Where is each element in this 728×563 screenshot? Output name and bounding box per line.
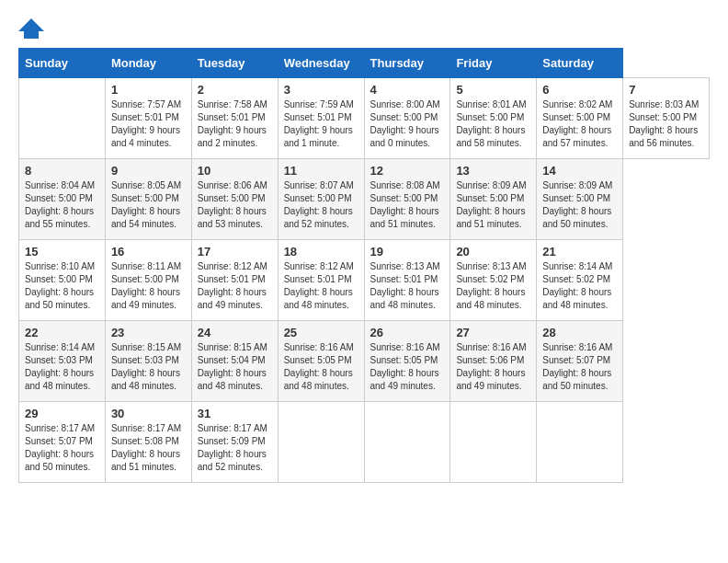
column-header-sunday: Sunday xyxy=(19,49,106,78)
day-number: 16 xyxy=(111,245,186,259)
day-number: 7 xyxy=(629,83,703,97)
day-cell xyxy=(19,78,106,159)
day-cell: 28Sunrise: 8:16 AM Sunset: 5:07 PM Dayli… xyxy=(537,321,623,402)
day-info: Sunrise: 8:16 AM Sunset: 5:06 PM Dayligh… xyxy=(456,341,530,393)
day-info: Sunrise: 7:57 AM Sunset: 5:01 PM Dayligh… xyxy=(111,98,186,150)
day-number: 10 xyxy=(198,164,272,178)
day-number: 21 xyxy=(542,245,617,259)
day-cell: 17Sunrise: 8:12 AM Sunset: 5:01 PM Dayli… xyxy=(191,240,278,321)
day-info: Sunrise: 8:16 AM Sunset: 5:07 PM Dayligh… xyxy=(542,341,617,393)
day-info: Sunrise: 8:09 AM Sunset: 5:00 PM Dayligh… xyxy=(542,179,617,231)
logo xyxy=(18,18,48,39)
day-info: Sunrise: 8:17 AM Sunset: 5:07 PM Dayligh… xyxy=(25,422,99,474)
day-cell xyxy=(278,402,364,483)
column-header-saturday: Saturday xyxy=(537,49,623,78)
day-number: 26 xyxy=(370,326,445,339)
day-info: Sunrise: 7:58 AM Sunset: 5:01 PM Dayligh… xyxy=(198,98,272,150)
day-cell: 18Sunrise: 8:12 AM Sunset: 5:01 PM Dayli… xyxy=(278,240,364,321)
day-cell: 31Sunrise: 8:17 AM Sunset: 5:09 PM Dayli… xyxy=(191,402,278,483)
day-info: Sunrise: 8:07 AM Sunset: 5:00 PM Dayligh… xyxy=(284,179,358,231)
svg-marker-0 xyxy=(18,18,44,39)
day-number: 5 xyxy=(456,83,530,97)
day-cell: 11Sunrise: 8:07 AM Sunset: 5:00 PM Dayli… xyxy=(278,159,364,240)
day-cell xyxy=(450,402,537,483)
day-info: Sunrise: 8:04 AM Sunset: 5:00 PM Dayligh… xyxy=(25,179,99,231)
day-cell: 7Sunrise: 8:03 AM Sunset: 5:00 PM Daylig… xyxy=(623,78,710,159)
day-number: 22 xyxy=(25,326,99,339)
week-row-3: 22Sunrise: 8:14 AM Sunset: 5:03 PM Dayli… xyxy=(19,321,710,402)
day-info: Sunrise: 8:16 AM Sunset: 5:05 PM Dayligh… xyxy=(284,341,358,393)
day-info: Sunrise: 8:09 AM Sunset: 5:00 PM Dayligh… xyxy=(456,179,530,231)
week-row-0: 1Sunrise: 7:57 AM Sunset: 5:01 PM Daylig… xyxy=(19,78,710,159)
day-info: Sunrise: 8:03 AM Sunset: 5:00 PM Dayligh… xyxy=(629,98,703,150)
day-number: 29 xyxy=(25,407,99,420)
day-info: Sunrise: 8:15 AM Sunset: 5:04 PM Dayligh… xyxy=(198,341,272,393)
day-cell: 14Sunrise: 8:09 AM Sunset: 5:00 PM Dayli… xyxy=(537,159,623,240)
day-info: Sunrise: 8:08 AM Sunset: 5:00 PM Dayligh… xyxy=(370,179,445,231)
day-number: 12 xyxy=(370,164,445,178)
day-cell xyxy=(537,402,623,483)
day-cell: 6Sunrise: 8:02 AM Sunset: 5:00 PM Daylig… xyxy=(537,78,623,159)
day-number: 25 xyxy=(284,326,358,339)
day-info: Sunrise: 8:13 AM Sunset: 5:01 PM Dayligh… xyxy=(370,260,445,312)
column-header-monday: Monday xyxy=(105,49,191,78)
day-number: 4 xyxy=(370,83,445,97)
day-info: Sunrise: 8:10 AM Sunset: 5:00 PM Dayligh… xyxy=(25,260,99,312)
day-number: 28 xyxy=(542,326,617,339)
header-row: SundayMondayTuesdayWednesdayThursdayFrid… xyxy=(19,49,710,78)
day-info: Sunrise: 8:14 AM Sunset: 5:03 PM Dayligh… xyxy=(25,341,99,393)
day-cell: 3Sunrise: 7:59 AM Sunset: 5:01 PM Daylig… xyxy=(278,78,364,159)
day-number: 14 xyxy=(542,164,617,178)
day-number: 2 xyxy=(198,83,272,97)
day-info: Sunrise: 8:01 AM Sunset: 5:00 PM Dayligh… xyxy=(456,98,530,150)
day-info: Sunrise: 8:00 AM Sunset: 5:00 PM Dayligh… xyxy=(370,98,445,150)
day-info: Sunrise: 8:14 AM Sunset: 5:02 PM Dayligh… xyxy=(542,260,617,312)
day-cell: 22Sunrise: 8:14 AM Sunset: 5:03 PM Dayli… xyxy=(19,321,106,402)
day-cell: 2Sunrise: 7:58 AM Sunset: 5:01 PM Daylig… xyxy=(191,78,278,159)
column-header-thursday: Thursday xyxy=(364,49,450,78)
day-number: 8 xyxy=(25,164,99,178)
day-cell: 1Sunrise: 7:57 AM Sunset: 5:01 PM Daylig… xyxy=(105,78,191,159)
day-cell: 19Sunrise: 8:13 AM Sunset: 5:01 PM Dayli… xyxy=(364,240,450,321)
day-info: Sunrise: 8:05 AM Sunset: 5:00 PM Dayligh… xyxy=(111,179,186,231)
day-cell: 30Sunrise: 8:17 AM Sunset: 5:08 PM Dayli… xyxy=(105,402,191,483)
day-number: 15 xyxy=(25,245,99,259)
day-number: 24 xyxy=(198,326,272,339)
day-info: Sunrise: 8:11 AM Sunset: 5:00 PM Dayligh… xyxy=(111,260,186,312)
day-number: 27 xyxy=(456,326,530,339)
day-info: Sunrise: 8:12 AM Sunset: 5:01 PM Dayligh… xyxy=(284,260,358,312)
day-number: 11 xyxy=(284,164,358,178)
day-number: 19 xyxy=(370,245,445,259)
day-cell: 9Sunrise: 8:05 AM Sunset: 5:00 PM Daylig… xyxy=(105,159,191,240)
day-cell: 5Sunrise: 8:01 AM Sunset: 5:00 PM Daylig… xyxy=(450,78,537,159)
day-info: Sunrise: 8:16 AM Sunset: 5:05 PM Dayligh… xyxy=(370,341,445,393)
week-row-1: 8Sunrise: 8:04 AM Sunset: 5:00 PM Daylig… xyxy=(19,159,710,240)
day-cell: 29Sunrise: 8:17 AM Sunset: 5:07 PM Dayli… xyxy=(19,402,106,483)
day-cell: 23Sunrise: 8:15 AM Sunset: 5:03 PM Dayli… xyxy=(105,321,191,402)
day-number: 23 xyxy=(111,326,186,339)
day-info: Sunrise: 8:02 AM Sunset: 5:00 PM Dayligh… xyxy=(542,98,617,150)
day-number: 13 xyxy=(456,164,530,178)
day-cell: 24Sunrise: 8:15 AM Sunset: 5:04 PM Dayli… xyxy=(191,321,278,402)
day-number: 17 xyxy=(198,245,272,259)
calendar-table: SundayMondayTuesdayWednesdayThursdayFrid… xyxy=(18,48,710,483)
day-cell: 20Sunrise: 8:13 AM Sunset: 5:02 PM Dayli… xyxy=(450,240,537,321)
day-number: 3 xyxy=(284,83,358,97)
day-cell: 27Sunrise: 8:16 AM Sunset: 5:06 PM Dayli… xyxy=(450,321,537,402)
column-header-wednesday: Wednesday xyxy=(278,49,364,78)
column-header-tuesday: Tuesday xyxy=(191,49,278,78)
week-row-4: 29Sunrise: 8:17 AM Sunset: 5:07 PM Dayli… xyxy=(19,402,710,483)
day-cell: 10Sunrise: 8:06 AM Sunset: 5:00 PM Dayli… xyxy=(191,159,278,240)
day-info: Sunrise: 7:59 AM Sunset: 5:01 PM Dayligh… xyxy=(284,98,358,150)
day-cell: 26Sunrise: 8:16 AM Sunset: 5:05 PM Dayli… xyxy=(364,321,450,402)
day-cell: 8Sunrise: 8:04 AM Sunset: 5:00 PM Daylig… xyxy=(19,159,106,240)
day-cell: 12Sunrise: 8:08 AM Sunset: 5:00 PM Dayli… xyxy=(364,159,450,240)
day-number: 9 xyxy=(111,164,186,178)
day-info: Sunrise: 8:15 AM Sunset: 5:03 PM Dayligh… xyxy=(111,341,186,393)
day-cell: 21Sunrise: 8:14 AM Sunset: 5:02 PM Dayli… xyxy=(537,240,623,321)
day-info: Sunrise: 8:17 AM Sunset: 5:08 PM Dayligh… xyxy=(111,422,186,474)
header xyxy=(18,18,710,39)
week-row-2: 15Sunrise: 8:10 AM Sunset: 5:00 PM Dayli… xyxy=(19,240,710,321)
day-info: Sunrise: 8:17 AM Sunset: 5:09 PM Dayligh… xyxy=(198,422,272,474)
day-cell: 25Sunrise: 8:16 AM Sunset: 5:05 PM Dayli… xyxy=(278,321,364,402)
